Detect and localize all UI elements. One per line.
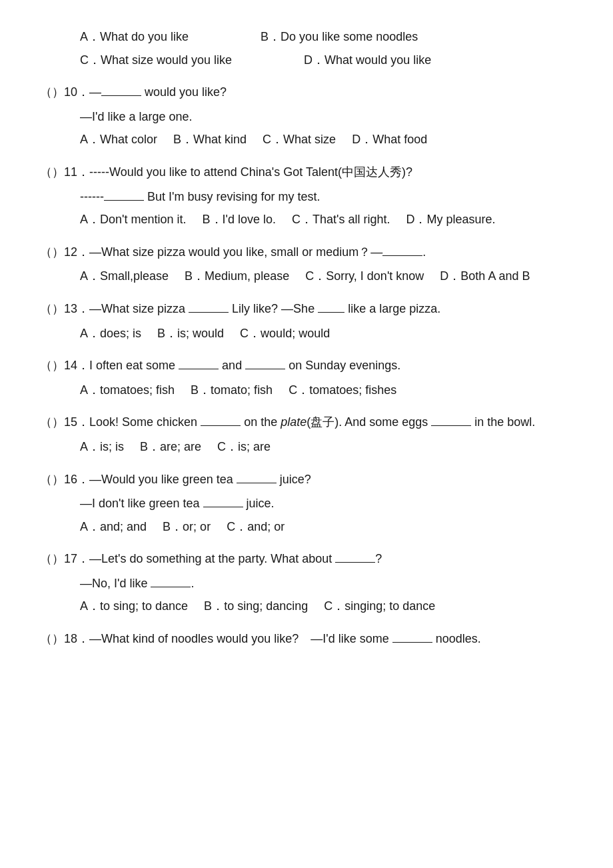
question-10: （ ）10． — would you like? —I'd like a lar… — [40, 82, 573, 150]
question-13: （ ）13． —What size pizza Lily like? —She … — [40, 299, 573, 343]
q17-options: A．to sing; to dance B．to sing; dancing C… — [40, 596, 573, 617]
q11-options: A．Don't mention it. B．I'd love lo. C．Tha… — [40, 209, 573, 230]
q15-options: A．is; is B．are; are C．is; are — [40, 437, 573, 457]
option-A: A． What do you like — [80, 27, 189, 47]
question-16: （ ）16． —Would you like green tea juice? … — [40, 469, 573, 537]
q14-options: A．tomatoes; fish B．tomato; fish C．tomato… — [40, 380, 573, 401]
intro-options-row2: C． What size would you like D． What woul… — [40, 50, 573, 71]
option-B: B． Do you like some noodles — [261, 27, 418, 47]
question-14: （ ）14． I often eat some and on Sunday ev… — [40, 355, 573, 400]
q16-options: A．and; and B．or; or C．and; or — [40, 517, 573, 537]
worksheet-content: A． What do you like B． Do you like some … — [40, 27, 573, 649]
q12-options: A．Small,please B．Medium, please C．Sorry,… — [40, 266, 573, 287]
option-D: D． What would you like — [304, 50, 431, 71]
question-18: （ ）18． —What kind of noodles would you l… — [40, 629, 573, 649]
question-11: （ ）11． -----Would you like to attend Chi… — [40, 162, 573, 230]
option-C: C． What size would you like — [80, 50, 232, 71]
question-17: （ ）17． —Let's do something at the party.… — [40, 549, 573, 617]
question-12: （ ）12． —What size pizza would you like, … — [40, 242, 573, 287]
q13-options: A．does; is B．is; would C．would; would — [40, 323, 573, 344]
intro-block: A． What do you like B． Do you like some … — [40, 27, 573, 70]
question-15: （ ）15． Look! Some chicken on the plate(盘… — [40, 412, 573, 457]
q10-options: A．What color B．What kind C．What size D．W… — [40, 129, 573, 150]
intro-options-row1: A． What do you like B． Do you like some … — [40, 27, 573, 47]
